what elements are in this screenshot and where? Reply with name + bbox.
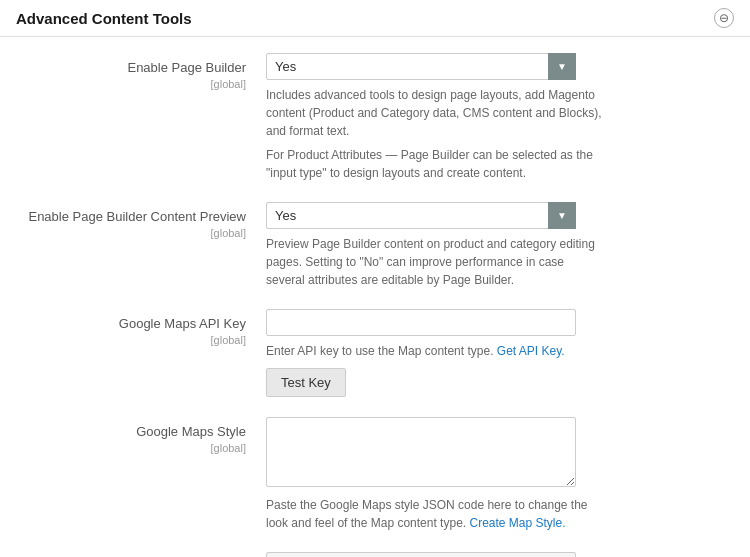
default-column-grid-size-label: Default Column Grid Size [global] [16,552,266,557]
google-maps-style-label: Google Maps Style [global] [16,417,266,457]
enable-page-builder-desc1: Includes advanced tools to design page l… [266,86,606,140]
default-column-use-system-wrap: Use system value [576,552,700,557]
enable-preview-desc: Preview Page Builder content on product … [266,235,606,289]
collapse-icon[interactable]: ⊖ [714,8,734,28]
google-maps-api-key-desc: Enter API key to use the Map content typ… [266,342,606,360]
get-api-key-link[interactable]: Get API Key. [497,344,565,358]
enable-page-builder-desc2: For Product Attributes — Page Builder ca… [266,146,606,182]
default-column-grid-system-row: Use system value [266,552,734,557]
enable-preview-control: Yes No ▼ Preview Page Builder content on… [266,202,734,289]
google-maps-api-key-label: Google Maps API Key [global] [16,309,266,349]
page-header: Advanced Content Tools ⊖ [0,0,750,37]
enable-page-builder-row: Enable Page Builder [global] Yes No ▼ In… [0,53,750,182]
enable-preview-select[interactable]: Yes No [266,202,576,229]
page-title: Advanced Content Tools [16,10,192,27]
google-maps-style-textarea[interactable] [266,417,576,487]
section-content: Enable Page Builder [global] Yes No ▼ In… [0,37,750,557]
default-column-grid-size-control: Use system value Grid size determines th… [266,552,734,557]
google-maps-style-desc: Paste the Google Maps style JSON code he… [266,496,606,532]
enable-page-builder-select-wrap: Yes No ▼ [266,53,576,80]
enable-page-builder-select[interactable]: Yes No [266,53,576,80]
default-column-grid-size-input[interactable] [266,552,576,557]
enable-preview-select-wrap: Yes No ▼ [266,202,576,229]
enable-page-builder-label: Enable Page Builder [global] [16,53,266,93]
google-maps-api-key-control: Enter API key to use the Map content typ… [266,309,734,397]
google-maps-style-row: Google Maps Style [global] Paste the Goo… [0,417,750,532]
enable-preview-label: Enable Page Builder Content Preview [glo… [16,202,266,242]
test-key-button[interactable]: Test Key [266,368,346,397]
google-maps-api-key-row: Google Maps API Key [global] Enter API k… [0,309,750,397]
enable-preview-row: Enable Page Builder Content Preview [glo… [0,202,750,289]
google-maps-style-control: Paste the Google Maps style JSON code he… [266,417,734,532]
enable-page-builder-control: Yes No ▼ Includes advanced tools to desi… [266,53,734,182]
default-column-grid-size-row: Default Column Grid Size [global] Use sy… [0,552,750,557]
create-map-style-link[interactable]: Create Map Style. [469,516,565,530]
google-maps-api-key-input[interactable] [266,309,576,336]
